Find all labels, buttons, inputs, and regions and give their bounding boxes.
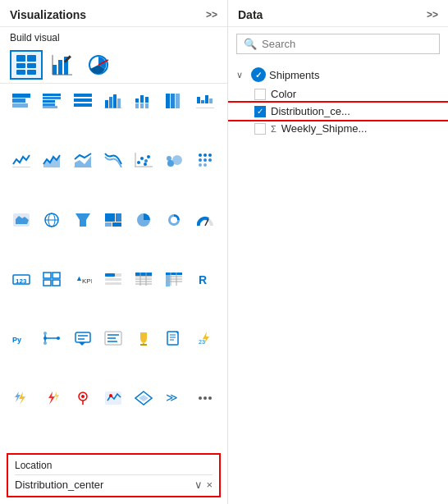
azure-map-icon[interactable] [98, 384, 128, 412]
line-chart-icon[interactable] [7, 146, 36, 174]
svg-rect-27 [113, 94, 117, 108]
color-label: Color [271, 88, 296, 100]
svg-rect-37 [171, 94, 175, 108]
tree-item-color[interactable]: Color [228, 85, 448, 103]
diamond-icon[interactable] [129, 384, 158, 412]
svg-text:≫: ≫ [166, 391, 178, 404]
100pct-bar-icon[interactable] [68, 87, 98, 115]
clustered-bar-icon[interactable] [37, 87, 66, 115]
svg-rect-6 [53, 65, 57, 75]
tree-item-distribution[interactable]: Distribution_ce... [228, 103, 448, 120]
svg-rect-4 [16, 70, 25, 75]
svg-rect-15 [12, 99, 25, 103]
svg-point-48 [144, 163, 147, 166]
svg-rect-7 [58, 60, 62, 75]
filled-map-icon[interactable] [7, 206, 36, 234]
ribbon-icon[interactable] [98, 146, 128, 174]
pie-chart-icon[interactable] [129, 206, 158, 234]
svg-rect-69 [105, 213, 115, 222]
svg-rect-77 [43, 273, 51, 278]
lightning-icon-3[interactable] [37, 384, 66, 412]
matrix-table-icon[interactable] [159, 265, 189, 293]
tree-expand-icon[interactable]: ∨ [236, 70, 248, 80]
table-icon[interactable] [129, 265, 158, 293]
svg-rect-35 [145, 103, 149, 108]
dot-plot-icon[interactable] [190, 146, 220, 174]
funnel-icon[interactable] [68, 206, 98, 234]
matrix-icon-selected[interactable] [10, 50, 43, 80]
search-box[interactable]: 🔍 [236, 34, 440, 54]
pin-map-icon[interactable] [68, 384, 98, 412]
svg-point-57 [203, 153, 207, 157]
more-visuals-icon[interactable] [190, 384, 220, 412]
svg-rect-79 [43, 280, 51, 286]
100pct-col-icon[interactable] [159, 87, 189, 115]
color-checkbox[interactable] [254, 89, 266, 100]
svg-point-140 [203, 396, 207, 400]
column-chart-icon[interactable] [98, 87, 128, 115]
svg-rect-33 [140, 103, 144, 108]
stacked-bar-icon[interactable] [7, 87, 36, 115]
r-visual-icon[interactable]: R [190, 265, 220, 293]
multi-row-card-icon[interactable] [37, 265, 66, 293]
svg-rect-40 [201, 100, 204, 103]
tree-item-weekly[interactable]: Σ Weekly_Shipme... [228, 120, 448, 137]
waterfall-icon[interactable] [190, 87, 220, 115]
text-filter-icon[interactable] [98, 324, 128, 352]
sigma-icon: Σ [271, 124, 277, 134]
svg-point-55 [167, 156, 171, 161]
card-icon[interactable]: 123 [7, 265, 36, 293]
gauge-chart-icon[interactable] [190, 206, 220, 234]
location-field-icons: ∨ × [194, 479, 213, 491]
donut-chart-icon[interactable] [159, 206, 189, 234]
smart-narrative-icon[interactable] [68, 324, 98, 352]
lightning-icon-1[interactable]: 23 [190, 324, 220, 352]
svg-rect-22 [74, 94, 92, 97]
python-visual-icon[interactable]: Py [7, 324, 36, 352]
svg-rect-110 [75, 332, 90, 342]
slicer-icon[interactable] [98, 265, 128, 293]
scatter-plot-icon[interactable] [129, 146, 158, 174]
tree-group-label: Shipments [269, 69, 319, 81]
weekly-checkbox[interactable] [254, 123, 266, 135]
location-close-icon[interactable]: × [206, 479, 213, 491]
tree-group-header[interactable]: ∨ ✓ Shipments [228, 64, 448, 85]
kpi-icon[interactable]: ▲KPI [68, 265, 98, 293]
svg-point-106 [43, 337, 47, 340]
svg-rect-5 [27, 70, 36, 75]
svg-rect-41 [205, 95, 208, 103]
paginated-report-icon[interactable] [159, 324, 189, 352]
build-visual-label: Build visual [0, 27, 227, 47]
area-chart-icon[interactable] [37, 146, 66, 174]
distribution-checkbox[interactable] [254, 106, 266, 117]
line-area-icon[interactable] [68, 146, 98, 174]
location-label: Location [15, 460, 213, 475]
location-chevron-icon[interactable]: ∨ [194, 479, 203, 491]
svg-rect-21 [43, 106, 57, 108]
viz-expand-button[interactable]: >> [206, 9, 217, 21]
decomp-tree-icon[interactable] [37, 324, 66, 352]
svg-rect-16 [12, 103, 28, 108]
search-input[interactable] [262, 38, 432, 50]
viz-panel-title: Visualizations [10, 8, 86, 21]
svg-point-58 [208, 153, 212, 157]
bar-chart-icon-top[interactable] [46, 50, 79, 80]
svg-rect-3 [27, 63, 36, 68]
data-expand-button[interactable]: >> [427, 9, 438, 21]
stacked-col-icon[interactable] [129, 87, 158, 115]
svg-rect-39 [197, 97, 200, 103]
svg-point-139 [199, 396, 202, 400]
lightning-icon-2[interactable] [7, 384, 36, 412]
forward-arrows-icon[interactable]: ≫ [159, 384, 189, 412]
bubble-chart-icon[interactable] [159, 146, 189, 174]
globe-icon[interactable] [37, 206, 66, 234]
treemap-icon[interactable] [98, 206, 128, 234]
svg-rect-120 [167, 332, 178, 345]
svg-rect-28 [117, 99, 121, 108]
svg-rect-78 [53, 273, 60, 278]
trophy-icon[interactable] [129, 324, 158, 352]
svg-point-108 [43, 332, 47, 335]
svg-rect-26 [109, 97, 112, 108]
analytics-icon-top[interactable] [82, 50, 115, 80]
svg-text:Py: Py [12, 336, 21, 344]
